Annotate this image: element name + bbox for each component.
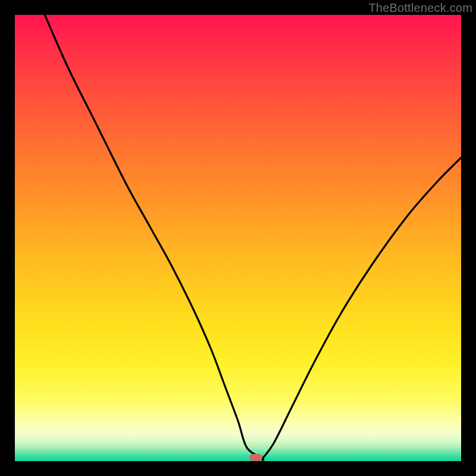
plot-area bbox=[15, 15, 461, 461]
chart-frame: TheBottleneck.com bbox=[0, 0, 476, 476]
bottleneck-marker bbox=[249, 454, 262, 461]
bottleneck-curve bbox=[15, 15, 461, 461]
watermark-text: TheBottleneck.com bbox=[368, 1, 472, 15]
